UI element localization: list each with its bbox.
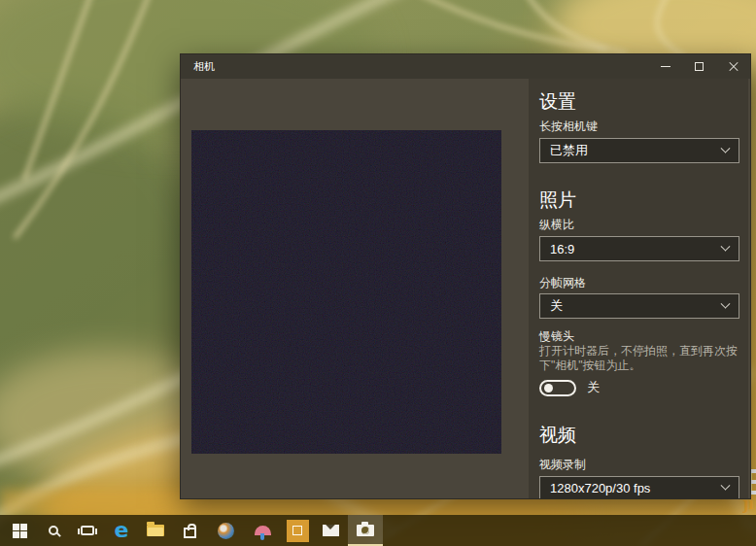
- chevron-down-icon: [721, 298, 731, 308]
- camera-icon: [357, 525, 374, 536]
- taskbar: e: [0, 515, 756, 546]
- caption-controls: [648, 54, 750, 79]
- minimize-icon: [661, 66, 670, 67]
- mail-button[interactable]: [313, 515, 348, 546]
- store-button[interactable]: [172, 515, 207, 546]
- shopping-bag-icon: [184, 528, 196, 538]
- desktop: B ji 相机: [0, 0, 756, 546]
- framing-grid-label: 分帧网格: [539, 276, 739, 290]
- file-explorer-button[interactable]: [138, 515, 173, 546]
- framing-grid-value: 关: [550, 297, 563, 315]
- edge-browser-button[interactable]: e: [104, 515, 139, 546]
- close-button[interactable]: [716, 54, 750, 79]
- minimize-button[interactable]: [648, 54, 682, 79]
- chevron-down-icon: [721, 241, 731, 251]
- start-button[interactable]: [2, 515, 37, 546]
- settings-header: 设置: [539, 90, 739, 114]
- maximize-button[interactable]: [682, 54, 716, 79]
- camera-key-value: 已禁用: [550, 142, 588, 159]
- video-recording-value: 1280x720p/30 fps: [550, 481, 650, 495]
- mail-icon: [323, 525, 339, 536]
- app-sphere-button[interactable]: [208, 515, 243, 546]
- slow-motion-description: 打开计时器后，不停拍照，直到再次按下"相机"按钮为止。: [539, 344, 739, 373]
- photo-header: 照片: [539, 188, 739, 212]
- camera-app-window: 相机 设置 长按相机键: [180, 53, 751, 499]
- toggle-state-label: 关: [587, 379, 600, 396]
- windows-logo-icon: [13, 524, 27, 538]
- camera-taskbar-button[interactable]: [348, 515, 383, 546]
- edge-icon: e: [115, 520, 129, 541]
- task-view-icon: [81, 526, 94, 535]
- framing-grid-dropdown[interactable]: 关: [539, 293, 739, 319]
- aspect-ratio-value: 16:9: [550, 242, 574, 256]
- folder-icon: [147, 525, 164, 536]
- video-recording-label: 视频录制: [539, 458, 739, 472]
- sphere-app-icon: [218, 523, 234, 539]
- app-umbrella-button[interactable]: [245, 515, 280, 546]
- slow-motion-label: 慢镜头: [539, 329, 739, 344]
- orange-tile-app-icon: [287, 520, 309, 542]
- toggle-knob: [544, 384, 553, 392]
- umbrella-app-icon: [255, 526, 271, 535]
- video-header: 视频: [539, 424, 739, 447]
- search-icon: [49, 526, 58, 535]
- settings-panel: 设置 长按相机键 已禁用 照片 纵横比 16:9 分帧网格 关 慢镜头 打开计时…: [529, 79, 748, 498]
- camera-key-dropdown[interactable]: 已禁用: [539, 138, 739, 163]
- aspect-ratio-dropdown[interactable]: 16:9: [539, 236, 739, 261]
- maximize-icon: [695, 62, 704, 71]
- aspect-ratio-label: 纵横比: [539, 218, 739, 232]
- chevron-down-icon: [721, 481, 731, 491]
- window-title: 相机: [181, 59, 215, 74]
- titlebar[interactable]: 相机: [181, 54, 750, 79]
- app-orange-tile-button[interactable]: [280, 515, 315, 546]
- video-recording-dropdown[interactable]: 1280x720p/30 fps: [539, 476, 739, 498]
- slow-motion-toggle[interactable]: [539, 380, 576, 396]
- task-view-button[interactable]: [70, 515, 105, 546]
- slow-motion-toggle-row: 关: [539, 379, 739, 396]
- search-button[interactable]: [36, 515, 71, 546]
- close-icon: [728, 61, 739, 73]
- chevron-down-icon: [721, 143, 731, 153]
- camera-preview: [191, 130, 501, 454]
- camera-key-label: 长按相机键: [539, 119, 739, 134]
